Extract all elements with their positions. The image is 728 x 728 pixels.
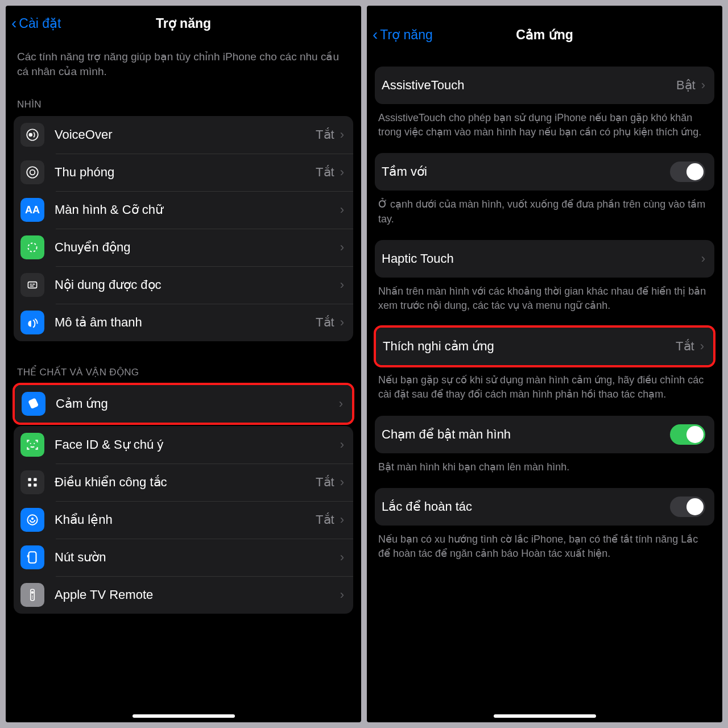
section-header-motor: THỂ CHẤT VÀ VẬN ĐỘNG: [14, 362, 353, 384]
navbar: ‹ Cài đặt Trợ năng: [6, 6, 361, 39]
group-shake: Lắc để hoàn tác: [375, 488, 714, 526]
row-label: Nút sườn: [55, 550, 340, 565]
chevron-right-icon: ›: [340, 127, 344, 142]
group-tapwake: Chạm để bật màn hình: [375, 416, 714, 453]
row-reachability[interactable]: Tầm với: [375, 153, 714, 191]
assistive-desc: AssistiveTouch cho phép bạn sử dụng iPho…: [375, 104, 714, 153]
svg-point-10: [34, 443, 35, 444]
group-haptic: Haptic Touch ›: [375, 240, 714, 278]
svg-rect-6: [30, 284, 32, 285]
chevron-right-icon: ›: [340, 202, 344, 217]
chevron-right-icon: ›: [701, 251, 705, 266]
svg-rect-17: [29, 552, 36, 564]
reachability-toggle[interactable]: [670, 162, 705, 182]
row-appletv[interactable]: Apple TV Remote ›: [14, 576, 353, 614]
chevron-right-icon: ›: [340, 437, 344, 452]
chevron-right-icon: ›: [340, 475, 344, 490]
svg-point-16: [31, 518, 34, 520]
chevron-right-icon: ›: [340, 315, 344, 330]
chevron-right-icon: ›: [340, 240, 344, 255]
svg-point-9: [30, 443, 31, 444]
row-label: Tầm với: [382, 164, 670, 179]
row-label: AssistiveTouch: [382, 78, 676, 93]
chevron-right-icon: ›: [339, 396, 343, 411]
group-vision: VoiceOver Tắt › Thu phóng Tắt › AA Màn h…: [14, 116, 353, 341]
shake-toggle[interactable]: [670, 497, 705, 517]
row-side-button[interactable]: Nút sườn ›: [14, 539, 353, 576]
svg-point-20: [32, 596, 33, 597]
voice-control-icon: [20, 508, 44, 532]
row-touch[interactable]: Cảm ứng ›: [15, 385, 352, 423]
group-assistive: AssistiveTouch Bật ›: [375, 67, 714, 104]
row-voiceover[interactable]: VoiceOver Tắt ›: [14, 116, 353, 154]
row-label: Chạm để bật màn hình: [382, 427, 670, 442]
back-label: Trợ năng: [380, 27, 432, 43]
svg-point-19: [31, 592, 34, 594]
chevron-left-icon: ‹: [11, 15, 16, 31]
chevron-right-icon: ›: [340, 278, 344, 292]
svg-point-1: [29, 133, 33, 137]
appletv-remote-icon: [20, 583, 44, 607]
row-value: Tắt: [316, 127, 334, 142]
row-value: Tắt: [316, 165, 334, 180]
reach-desc: Ở cạnh dưới của màn hình, vuốt xuống để …: [375, 191, 714, 239]
row-value: Tắt: [316, 475, 334, 490]
row-switch-control[interactable]: Điều khiển công tắc Tắt ›: [14, 464, 353, 501]
row-spoken[interactable]: Nội dung được đọc ›: [14, 266, 353, 304]
spoken-content-icon: [20, 273, 44, 297]
back-label: Cài đặt: [19, 16, 61, 31]
svg-rect-8: [30, 286, 34, 287]
touch-icon: [22, 392, 46, 416]
row-tap-to-wake[interactable]: Chạm để bật màn hình: [375, 416, 714, 453]
row-label: Điều khiển công tắc: [55, 475, 316, 490]
row-assistivetouch[interactable]: AssistiveTouch Bật ›: [375, 67, 714, 104]
tapwake-desc: Bật màn hình khi bạn chạm lên màn hình.: [375, 453, 714, 488]
highlight-touch-accom: Thích nghi cảm ứng Tắt ›: [374, 325, 715, 367]
row-haptic-touch[interactable]: Haptic Touch ›: [375, 240, 714, 278]
svg-point-2: [27, 167, 38, 179]
row-display[interactable]: AA Màn hình & Cỡ chữ ›: [14, 191, 353, 229]
section-header-vision: NHÌN: [14, 94, 353, 116]
back-button[interactable]: ‹ Cài đặt: [11, 16, 61, 31]
svg-point-3: [30, 170, 35, 175]
home-indicator[interactable]: [494, 714, 596, 718]
row-value: Tắt: [676, 339, 694, 354]
tapwake-toggle[interactable]: [670, 424, 705, 445]
chevron-left-icon: ‹: [373, 27, 378, 43]
row-label: Lắc để hoàn tác: [382, 499, 670, 514]
side-button-icon: [20, 545, 44, 569]
row-touch-accom[interactable]: Thích nghi cảm ứng Tắt ›: [376, 328, 713, 365]
row-label: Thích nghi cảm ứng: [383, 339, 676, 354]
text-size-icon: AA: [20, 198, 44, 222]
chevron-right-icon: ›: [700, 339, 704, 354]
row-label: Haptic Touch: [382, 251, 701, 266]
row-shake-undo[interactable]: Lắc để hoàn tác: [375, 488, 714, 526]
chevron-right-icon: ›: [701, 78, 705, 93]
svg-rect-7: [32, 284, 35, 285]
home-indicator[interactable]: [133, 714, 235, 718]
faceid-icon: [20, 433, 44, 457]
row-motion[interactable]: Chuyển động ›: [14, 229, 353, 266]
row-label: Mô tả âm thanh: [55, 315, 316, 330]
intro-text: Các tính năng trợ năng giúp bạn tùy chỉn…: [14, 39, 353, 94]
row-label: Cảm ứng: [56, 396, 339, 411]
chevron-right-icon: ›: [340, 588, 344, 602]
row-label: Face ID & Sự chú ý: [55, 437, 340, 452]
svg-rect-13: [28, 483, 31, 486]
row-label: VoiceOver: [55, 127, 316, 142]
svg-rect-18: [31, 590, 35, 601]
accom-desc: Nếu bạn gặp sự cố khi sử dụng màn hình c…: [375, 366, 714, 415]
back-button[interactable]: ‹ Trợ năng: [373, 27, 433, 43]
row-audio-desc[interactable]: Mô tả âm thanh Tắt ›: [14, 304, 353, 341]
highlight-touch: Cảm ứng ›: [13, 383, 354, 425]
row-label: Chuyển động: [55, 240, 340, 255]
row-value: Tắt: [316, 315, 334, 330]
row-voice-control[interactable]: Khẩu lệnh Tắt ›: [14, 501, 353, 539]
audio-description-icon: [20, 311, 44, 334]
group-motor: Face ID & Sự chú ý › Điều khiển công tắc…: [14, 426, 353, 614]
svg-rect-11: [28, 478, 31, 481]
row-label: Apple TV Remote: [55, 588, 340, 602]
row-faceid[interactable]: Face ID & Sự chú ý ›: [14, 426, 353, 464]
row-zoom[interactable]: Thu phóng Tắt ›: [14, 154, 353, 191]
voiceover-icon: [20, 123, 44, 147]
